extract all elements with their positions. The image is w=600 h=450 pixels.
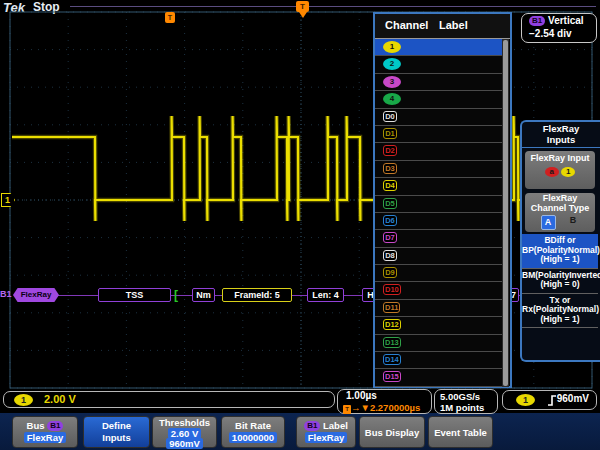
channel-row-1[interactable]: 1 bbox=[375, 39, 503, 56]
channel-badge-D9: D9 bbox=[383, 267, 397, 278]
acquisition-readout: 5.00GS/s 1M points bbox=[434, 389, 498, 414]
channel-row-D2[interactable]: D2 bbox=[375, 143, 503, 160]
b1-badge: B1 bbox=[304, 421, 320, 431]
threshold-high-value: 2.60 V bbox=[168, 428, 201, 439]
horizontal-readout: 1.00µs T→▼2.270000µs bbox=[337, 389, 432, 414]
channel-badge-4: 4 bbox=[383, 93, 401, 105]
scrollbar-thumb[interactable] bbox=[503, 40, 508, 386]
channel-row-D4[interactable]: D4 bbox=[375, 178, 503, 195]
bus-decode-field-4: Len: 4 bbox=[307, 288, 344, 302]
delay-arrows: →▼ bbox=[351, 402, 370, 413]
flexray-inputs-panel: FlexRay Inputs FlexRay Input a 1 FlexRay… bbox=[520, 120, 600, 362]
threshold-low-value: 960mV bbox=[166, 438, 203, 449]
label-button[interactable]: B1 Label FlexRay bbox=[296, 416, 356, 448]
channel-badge-D5: D5 bbox=[383, 198, 397, 209]
channel-badge-D0: D0 bbox=[383, 111, 397, 122]
trigger-position-icon[interactable]: T bbox=[296, 1, 309, 12]
input-ch1-badge: 1 bbox=[561, 167, 575, 177]
bus-vertical-readout: B1 Vertical −2.54 div bbox=[521, 13, 597, 43]
thresholds-button[interactable]: Thresholds 2.60 V 960mV bbox=[152, 416, 217, 448]
vertical-readout-title: Vertical bbox=[548, 15, 584, 26]
delay-value: 2.270000µs bbox=[370, 402, 420, 413]
b1-badge: B1 bbox=[529, 16, 545, 26]
channel-row-D7[interactable]: D7 bbox=[375, 230, 503, 247]
bottom-menu-bar: Bus B1 FlexRay DefineInputs Thresholds 2… bbox=[0, 413, 600, 450]
ch1-scale-readout: 1 2.00 V bbox=[3, 391, 335, 408]
trigger-level: 960mV bbox=[557, 393, 589, 404]
channel-badge-D12: D12 bbox=[383, 319, 401, 330]
channel-row-D0[interactable]: D0 bbox=[375, 109, 503, 126]
flexray-polarity-option-2[interactable]: Tx or Rx(PolarityNormal)(High = 1) bbox=[522, 294, 598, 329]
channel-badge-D11: D11 bbox=[383, 302, 400, 313]
channel-badge-D2: D2 bbox=[383, 145, 397, 156]
bus-type-value: FlexRay bbox=[24, 432, 66, 443]
flexray-input-button[interactable]: FlexRay Input a 1 bbox=[525, 151, 595, 189]
flexray-polarity-option-1[interactable]: BM(PolarityInverted)(High = 0) bbox=[522, 269, 598, 294]
flexray-channel-type-button[interactable]: FlexRay Channel Type A B bbox=[525, 193, 595, 232]
trigger-position-arrow-icon bbox=[299, 12, 307, 18]
ch1-badge: 1 bbox=[14, 394, 33, 406]
label-value: FlexRay bbox=[305, 432, 347, 443]
define-inputs-button[interactable]: DefineInputs bbox=[83, 416, 150, 448]
oscilloscope-screen: Tek Stop T T 1 B1 FlexRay TSS[NmFrameId:… bbox=[0, 0, 600, 450]
bit-rate-button[interactable]: Bit Rate 10000000 bbox=[221, 416, 285, 448]
channel-row-D10[interactable]: D10 bbox=[375, 282, 503, 299]
channel-row-D13[interactable]: D13 bbox=[375, 335, 503, 352]
channel-badge-D14: D14 bbox=[383, 354, 401, 365]
trigger-point-icon[interactable]: T bbox=[165, 12, 175, 23]
channel-badge-D7: D7 bbox=[383, 232, 397, 243]
channel-badge-D4: D4 bbox=[383, 180, 397, 191]
record-length: 1M points bbox=[440, 402, 484, 413]
trigger-source-badge: 1 bbox=[516, 394, 535, 406]
label-column-header: Label bbox=[439, 14, 468, 37]
trigger-t-icon: T bbox=[343, 405, 351, 414]
bus-decode-field-1: [ bbox=[171, 288, 181, 302]
channel-row-4[interactable]: 4 bbox=[375, 91, 503, 108]
event-table-button[interactable]: Event Table bbox=[428, 416, 493, 448]
channel-badge-D13: D13 bbox=[383, 337, 401, 348]
channel-badge-D3: D3 bbox=[383, 163, 397, 174]
channel-type-a[interactable]: A bbox=[541, 215, 556, 230]
bus-b1-badge: B1 bbox=[0, 289, 12, 299]
channel-row-D5[interactable]: D5 bbox=[375, 196, 503, 213]
channel-row-D1[interactable]: D1 bbox=[375, 126, 503, 143]
channel-badge-D15: D15 bbox=[383, 371, 401, 382]
bit-rate-value: 10000000 bbox=[229, 432, 277, 443]
channel-row-D11[interactable]: D11 bbox=[375, 300, 503, 317]
sample-rate: 5.00GS/s bbox=[440, 391, 480, 402]
channel-row-2[interactable]: 2 bbox=[375, 56, 503, 73]
channel-row-D3[interactable]: D3 bbox=[375, 161, 503, 178]
channel-row-D15[interactable]: D15 bbox=[375, 369, 503, 386]
input-a-badge: a bbox=[545, 167, 559, 177]
channel-badge-D8: D8 bbox=[383, 250, 397, 261]
channel-row-D9[interactable]: D9 bbox=[375, 265, 503, 282]
channel-row-D8[interactable]: D8 bbox=[375, 248, 503, 265]
channel-row-D12[interactable]: D12 bbox=[375, 317, 503, 334]
channel-badge-1: 1 bbox=[383, 41, 401, 53]
channel-menu-header: Channel Label bbox=[375, 14, 510, 39]
vertical-readout-value: −2.54 div bbox=[529, 28, 572, 39]
bus-button[interactable]: Bus B1 FlexRay bbox=[12, 416, 78, 448]
ch1-scale-value: 2.00 V bbox=[44, 393, 76, 405]
bus-decode-field-2: Nm bbox=[192, 288, 215, 302]
channel-badge-D1: D1 bbox=[383, 128, 397, 139]
bus-flexray-label[interactable]: FlexRay bbox=[13, 288, 59, 302]
channel-row-D14[interactable]: D14 bbox=[375, 352, 503, 369]
channel-badge-3: 3 bbox=[383, 76, 401, 88]
b1-badge: B1 bbox=[47, 421, 63, 431]
panel-title: FlexRay Inputs bbox=[522, 123, 600, 148]
channel-badge-D10: D10 bbox=[383, 284, 401, 295]
channel-row-3[interactable]: 3 bbox=[375, 74, 503, 91]
rising-edge-icon bbox=[547, 394, 557, 407]
flexray-polarity-option-0[interactable]: BDiff or BP(PolarityNormal)(High = 1) bbox=[522, 234, 598, 269]
bus-decode-field-0: TSS bbox=[98, 288, 171, 302]
bus-display-button[interactable]: Bus Display bbox=[359, 416, 425, 448]
channel-badge-2: 2 bbox=[383, 58, 401, 70]
channel-label-menu: Channel Label 1234D0D1D2D3D4D5D6D7D8D9D1… bbox=[373, 12, 512, 388]
channel-type-b[interactable]: B bbox=[567, 215, 580, 230]
bus-decode-field-3: FrameId: 5 bbox=[222, 288, 292, 302]
channel-menu-scrollbar[interactable] bbox=[502, 39, 509, 387]
trigger-readout: 1 960mV bbox=[502, 390, 597, 410]
horizontal-scale: 1.00µs bbox=[346, 390, 377, 401]
channel-row-D6[interactable]: D6 bbox=[375, 213, 503, 230]
